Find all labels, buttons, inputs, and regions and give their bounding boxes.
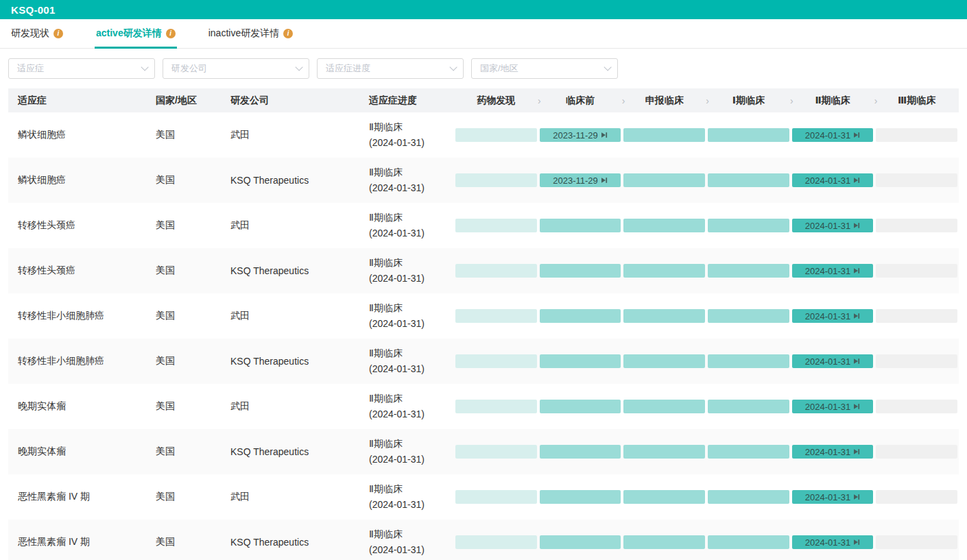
phase-cell-phase3 bbox=[874, 173, 959, 187]
table-row[interactable]: 恶性黑素瘤 IV 期 美国 武田 Ⅱ期临床 (2024-01-31) 2024-… bbox=[8, 474, 959, 520]
column-header-phase-3: Ⅲ期临床 bbox=[874, 95, 959, 107]
table-row[interactable]: 恶性黑素瘤 IV 期 美国 KSQ Therapeutics Ⅱ期临床 (202… bbox=[8, 520, 959, 560]
phase-bar-phase1 bbox=[708, 535, 789, 549]
phase-bar-preclinical[interactable]: 2023-11-29 bbox=[540, 173, 621, 187]
phase-cell-phase3 bbox=[874, 535, 959, 549]
progress-cell: Ⅱ期临床 (2024-01-31) bbox=[359, 345, 454, 377]
phase-bar-phase2[interactable]: 2024-01-31 bbox=[792, 490, 874, 504]
progress-phase: Ⅱ期临床 bbox=[369, 526, 454, 542]
region-cell: 美国 bbox=[146, 355, 221, 367]
phase-bar-phase2[interactable]: 2024-01-31 bbox=[792, 445, 874, 459]
table-row[interactable]: 鳞状细胞癌 美国 KSQ Therapeutics Ⅱ期临床 (2024-01-… bbox=[8, 158, 959, 203]
phase-bar-phase2[interactable]: 2024-01-31 bbox=[792, 219, 874, 232]
phase-cell-phase2: 2024-01-31 bbox=[791, 309, 875, 323]
select-placeholder: 国家/地区 bbox=[480, 62, 518, 75]
region-cell: 美国 bbox=[146, 491, 221, 503]
column-header-progress: 适应症进度 bbox=[359, 95, 454, 107]
phase-cell-ind bbox=[622, 219, 706, 232]
phase-date-label: 2023-11-29 bbox=[553, 175, 598, 186]
info-icon[interactable]: i bbox=[166, 29, 176, 38]
indication-cell: 转移性头颈癌 bbox=[8, 265, 146, 277]
phase-bar-discovery bbox=[455, 128, 537, 142]
phase-cell-phase1 bbox=[706, 535, 791, 549]
phase-bar-ind bbox=[623, 400, 705, 413]
chevron-down-icon bbox=[295, 63, 302, 71]
table-row[interactable]: 晚期实体瘤 美国 KSQ Therapeutics Ⅱ期临床 (2024-01-… bbox=[8, 429, 959, 474]
chevron-down-icon bbox=[604, 63, 611, 71]
phase-cell-phase3 bbox=[874, 354, 959, 368]
column-header-phase-ind: 申报临床 › bbox=[622, 95, 706, 107]
phase-bar-phase3 bbox=[876, 354, 957, 368]
indication-filter-select[interactable]: 适应症 bbox=[8, 58, 155, 79]
phase-date-label: 2024-01-31 bbox=[805, 266, 851, 276]
phase-cell-phase1 bbox=[706, 400, 791, 413]
column-header-company: 研发公司 bbox=[221, 95, 359, 107]
table-row[interactable]: 转移性非小细胞肺癌 美国 武田 Ⅱ期临床 (2024-01-31) 2024-0… bbox=[8, 293, 959, 339]
progress-date: (2024-01-31) bbox=[369, 452, 454, 467]
page-title: KSQ-001 bbox=[11, 4, 56, 16]
indication-cell: 恶性黑素瘤 IV 期 bbox=[8, 536, 146, 548]
phase-bar-ind bbox=[623, 445, 705, 459]
phase-bar-phase2[interactable]: 2024-01-31 bbox=[792, 535, 874, 549]
tab-bar: 研发现状 i active研发详情 i inactive研发详情 i bbox=[0, 19, 967, 49]
column-header-phase-discovery: 药物发现 › bbox=[454, 95, 538, 107]
progress-phase: Ⅱ期临床 bbox=[369, 165, 454, 180]
region-filter-select[interactable]: 国家/地区 bbox=[471, 58, 618, 79]
phase-cell-ind bbox=[622, 264, 706, 278]
phase-bar-phase2[interactable]: 2024-01-31 bbox=[792, 354, 874, 368]
progress-cell: Ⅱ期临床 (2024-01-31) bbox=[359, 436, 454, 467]
phase-bar-discovery bbox=[455, 309, 537, 323]
phase-cell-ind bbox=[622, 400, 706, 413]
phase-bar-preclinical[interactable]: 2023-11-29 bbox=[540, 128, 621, 142]
table-row[interactable]: 鳞状细胞癌 美国 武田 Ⅱ期临床 (2024-01-31) 2023-11-29… bbox=[8, 112, 959, 158]
step-forward-icon bbox=[853, 539, 860, 546]
phase-bar-ind bbox=[623, 128, 705, 142]
step-forward-icon bbox=[853, 358, 860, 365]
phase-bar-phase1 bbox=[708, 264, 789, 278]
phase-bar-preclinical bbox=[540, 309, 621, 323]
info-icon[interactable]: i bbox=[283, 29, 293, 38]
phase-cell-phase2: 2024-01-31 bbox=[791, 128, 875, 142]
phase-bar-phase1 bbox=[708, 128, 789, 142]
phase-bar-phase2[interactable]: 2024-01-31 bbox=[792, 400, 874, 413]
phase-cell-discovery bbox=[454, 490, 538, 504]
phase-cell-discovery bbox=[454, 535, 538, 549]
tab-inactive-rd-detail[interactable]: inactive研发详情 i bbox=[207, 19, 294, 48]
region-cell: 美国 bbox=[146, 129, 221, 141]
progress-phase: Ⅱ期临床 bbox=[369, 481, 454, 497]
phase-bar-preclinical bbox=[540, 445, 621, 459]
phase-cell-discovery bbox=[454, 445, 538, 459]
phase-bar-ind bbox=[623, 535, 705, 549]
table-row[interactable]: 晚期实体瘤 美国 武田 Ⅱ期临床 (2024-01-31) 2024-01-31 bbox=[8, 384, 959, 429]
select-placeholder: 研发公司 bbox=[171, 62, 207, 75]
table-row[interactable]: 转移性非小细胞肺癌 美国 KSQ Therapeutics Ⅱ期临床 (2024… bbox=[8, 339, 959, 384]
company-cell: KSQ Therapeutics bbox=[221, 265, 359, 276]
progress-filter-select[interactable]: 适应症进度 bbox=[317, 58, 464, 79]
phase-header-label: Ⅲ期临床 bbox=[898, 95, 935, 106]
company-cell: 武田 bbox=[221, 129, 359, 141]
phase-cell-ind bbox=[622, 535, 706, 549]
table-body: 鳞状细胞癌 美国 武田 Ⅱ期临床 (2024-01-31) 2023-11-29… bbox=[8, 112, 959, 560]
progress-cell: Ⅱ期临床 (2024-01-31) bbox=[359, 300, 454, 332]
company-filter-select[interactable]: 研发公司 bbox=[163, 58, 309, 79]
phase-bar-phase2[interactable]: 2024-01-31 bbox=[792, 128, 874, 142]
phase-bar-phase2[interactable]: 2024-01-31 bbox=[792, 309, 874, 323]
phase-bar-phase2[interactable]: 2024-01-31 bbox=[792, 264, 874, 278]
phase-cell-ind bbox=[622, 490, 706, 504]
column-header-phase-preclinical: 临床前 › bbox=[538, 95, 623, 107]
tab-rd-status[interactable]: 研发现状 i bbox=[10, 19, 64, 48]
phase-bar-phase2[interactable]: 2024-01-31 bbox=[792, 173, 874, 187]
info-icon[interactable]: i bbox=[53, 29, 63, 38]
phase-bar-preclinical bbox=[540, 219, 621, 232]
phase-bar-ind bbox=[623, 219, 705, 232]
phase-bar-phase1 bbox=[708, 173, 789, 187]
tab-active-rd-detail[interactable]: active研发详情 i bbox=[95, 19, 177, 48]
phase-cell-phase3 bbox=[874, 264, 959, 278]
phase-bar-phase3 bbox=[876, 173, 957, 187]
progress-cell: Ⅱ期临床 (2024-01-31) bbox=[359, 210, 454, 241]
table-row[interactable]: 转移性头颈癌 美国 KSQ Therapeutics Ⅱ期临床 (2024-01… bbox=[8, 248, 959, 293]
phase-cell-preclinical bbox=[538, 264, 623, 278]
table-row[interactable]: 转移性头颈癌 美国 武田 Ⅱ期临床 (2024-01-31) 2024-01-3… bbox=[8, 203, 959, 248]
phase-cell-preclinical: 2023-11-29 bbox=[538, 128, 623, 142]
phase-cell-discovery bbox=[454, 264, 538, 278]
